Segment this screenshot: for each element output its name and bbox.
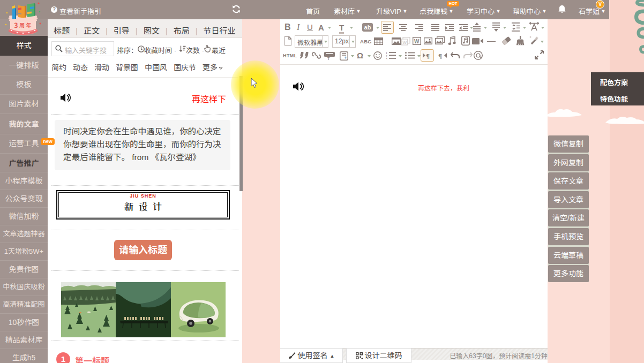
svg-text:¶: ¶ [438,52,442,59]
svg-text:T: T [327,57,330,60]
svg-text:3: 3 [386,57,387,60]
svg-text:W: W [403,40,407,45]
svg-text:周 年: 周 年 [19,21,32,29]
svg-text:W: W [414,39,420,44]
svg-text:¶: ¶ [426,52,430,59]
svg-text:3: 3 [14,20,18,30]
